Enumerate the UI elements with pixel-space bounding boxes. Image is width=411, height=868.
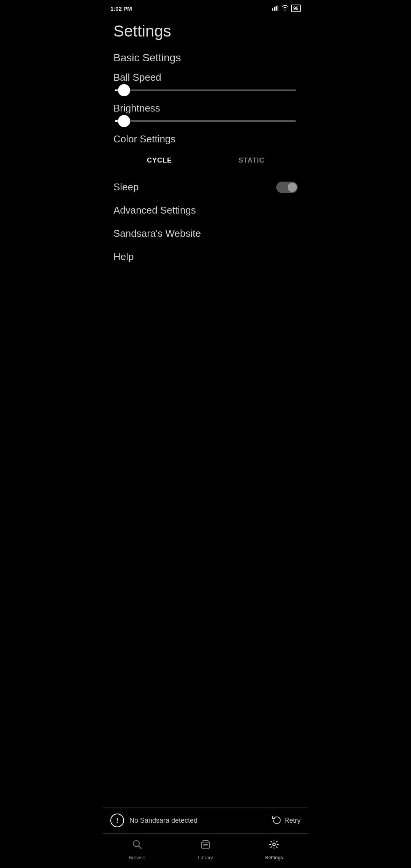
retry-button[interactable]: Retry	[272, 815, 301, 826]
svg-rect-2	[276, 6, 277, 11]
svg-rect-0	[272, 8, 273, 11]
nav-item-library[interactable]: Library	[171, 839, 240, 860]
retry-icon	[272, 815, 281, 826]
advanced-settings-item[interactable]: Advanced Settings	[113, 204, 298, 216]
help-item[interactable]: Help	[113, 251, 298, 263]
brightness-slider-container[interactable]	[113, 120, 298, 122]
svg-point-10	[273, 843, 276, 846]
status-time: 1:02 PM	[110, 5, 132, 12]
nav-item-settings[interactable]: Settings	[240, 839, 308, 860]
settings-label: Settings	[265, 855, 283, 860]
sleep-label: Sleep	[113, 181, 139, 193]
settings-icon	[269, 839, 279, 852]
color-settings-section: Color Settings CYCLE STATIC	[113, 133, 298, 170]
sleep-toggle[interactable]	[276, 182, 298, 193]
bottom-nav: Browse Library Settings	[103, 834, 308, 868]
nav-item-browse[interactable]: Browse	[103, 839, 171, 860]
alert-icon: !	[110, 814, 124, 827]
ball-speed-slider-container[interactable]	[113, 89, 298, 91]
ball-speed-track[interactable]	[115, 89, 296, 91]
library-icon	[200, 839, 211, 852]
svg-rect-1	[274, 7, 275, 11]
no-device-text: No Sandsara detected	[129, 817, 198, 825]
library-label: Library	[198, 855, 213, 860]
color-settings-label: Color Settings	[113, 133, 298, 145]
basic-settings-label: Basic Settings	[113, 52, 298, 64]
connection-status-left: ! No Sandsara detected	[110, 814, 198, 827]
battery-icon: 96	[291, 5, 301, 12]
svg-rect-7	[203, 841, 208, 842]
brightness-label: Brightness	[113, 102, 298, 114]
svg-rect-6	[202, 842, 209, 848]
wifi-icon	[281, 5, 289, 12]
website-item[interactable]: Sandsara's Website	[113, 228, 298, 239]
sleep-row: Sleep	[113, 181, 298, 193]
page-title: Settings	[113, 22, 298, 40]
color-mode-tabs: CYCLE STATIC	[113, 151, 298, 170]
retry-label: Retry	[284, 817, 301, 825]
browse-icon	[132, 839, 142, 852]
connection-status-bar: ! No Sandsara detected Retry	[103, 807, 308, 834]
svg-rect-3	[277, 5, 278, 11]
browse-label: Browse	[129, 855, 145, 860]
ball-speed-label: Ball Speed	[113, 72, 298, 83]
signal-icon	[272, 5, 279, 12]
svg-line-5	[139, 846, 141, 849]
color-tab-static[interactable]: STATIC	[206, 151, 298, 170]
ball-speed-thumb[interactable]	[118, 84, 130, 96]
sleep-toggle-thumb	[288, 183, 297, 192]
status-bar: 1:02 PM 96	[103, 0, 308, 14]
brightness-track[interactable]	[115, 120, 296, 122]
status-icons: 96	[272, 5, 301, 12]
main-content: Settings Basic Settings Ball Speed Brigh…	[103, 14, 308, 807]
color-tab-cycle[interactable]: CYCLE	[113, 151, 206, 170]
brightness-thumb[interactable]	[118, 115, 130, 127]
